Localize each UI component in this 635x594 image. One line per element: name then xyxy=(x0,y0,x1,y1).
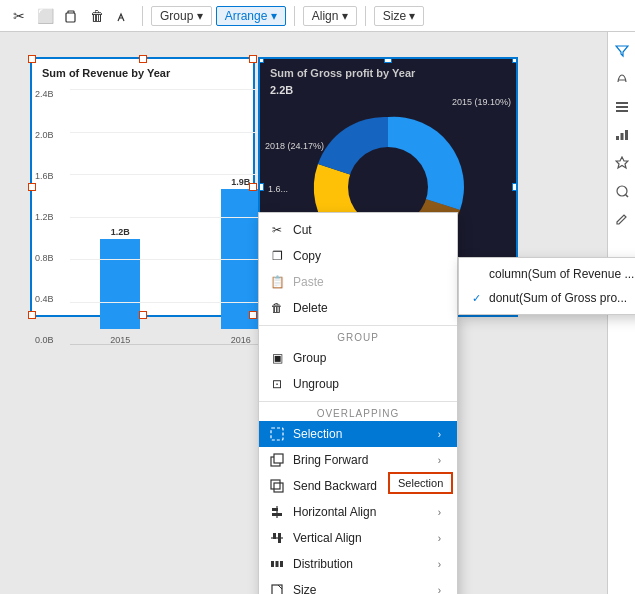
ctx-group-label: Group xyxy=(293,351,441,365)
svg-rect-23 xyxy=(620,133,623,140)
distribution-icon xyxy=(269,556,285,572)
ctx-delete[interactable]: 🗑 Delete xyxy=(259,295,457,321)
bar-2016-label: 2016 xyxy=(231,335,251,345)
ctx-delete-label: Delete xyxy=(293,301,441,315)
bar-2016[interactable]: 1.9B 2016 xyxy=(221,177,261,345)
handle-bm xyxy=(139,311,147,319)
group-label: Group ▾ xyxy=(160,9,203,23)
donut-label-2015: 2015 (19.10%) xyxy=(452,97,511,107)
cut-icon: ✂ xyxy=(269,222,285,238)
sidebar-drill-icon[interactable] xyxy=(611,180,633,202)
sidebar-filter-icon[interactable] xyxy=(611,40,633,62)
handle-br xyxy=(249,311,257,319)
group-ctx-icon: ▣ xyxy=(269,350,285,366)
svg-line-26 xyxy=(625,195,628,198)
handle-ml xyxy=(28,183,36,191)
sidebar-format-icon[interactable] xyxy=(611,68,633,90)
bar-chart-title: Sum of Revenue by Year xyxy=(42,67,170,79)
group-button[interactable]: Group ▾ xyxy=(151,6,212,26)
ctx-horizontal-align-label: Horizontal Align xyxy=(293,505,430,519)
svg-rect-2 xyxy=(271,428,283,440)
donut-handle-tl xyxy=(258,57,264,63)
ctx-distribution-label: Distribution xyxy=(293,557,430,571)
selection-tooltip: Selection xyxy=(388,472,453,494)
svg-rect-24 xyxy=(625,130,628,140)
ctx-paste-label: Paste xyxy=(293,275,441,289)
svg-rect-16 xyxy=(272,585,282,594)
cut-icon[interactable]: ✂ xyxy=(8,5,30,27)
sidebar-edit-icon[interactable] xyxy=(611,208,633,230)
arrange-label: Arrange ▾ xyxy=(225,9,277,23)
bar-2015[interactable]: 1.2B 2015 xyxy=(100,227,140,345)
bar-2015-label: 2015 xyxy=(110,335,130,345)
ctx-cut[interactable]: ✂ Cut xyxy=(259,217,457,243)
align-button[interactable]: Align ▾ xyxy=(303,6,357,26)
handle-tm xyxy=(139,55,147,63)
donut-handle-tm xyxy=(384,57,392,63)
selection-arrow: › xyxy=(438,429,441,440)
donut-label-16label: 1.6... xyxy=(268,184,288,194)
svg-rect-11 xyxy=(273,533,276,539)
horizontal-align-arrow: › xyxy=(438,507,441,518)
vertical-align-arrow: › xyxy=(438,533,441,544)
ctx-cut-label: Cut xyxy=(293,223,441,237)
ctx-copy-label: Copy xyxy=(293,249,441,263)
arrange-button[interactable]: Arrange ▾ xyxy=(216,6,286,26)
column-check-icon xyxy=(469,267,483,281)
sidebar-field-icon[interactable] xyxy=(611,152,633,174)
overlapping-section-label: OVERLAPPING xyxy=(259,406,457,421)
ctx-distribution[interactable]: Distribution › xyxy=(259,551,457,577)
svg-rect-12 xyxy=(278,533,281,543)
size-button[interactable]: Size ▾ xyxy=(374,6,425,26)
bar-chart[interactable]: Sum of Revenue by Year 0.0B 0.4B 0.8B 1.… xyxy=(30,57,255,317)
donut-label-2018: 2018 (24.17%) xyxy=(265,141,324,151)
donut-chart-title: Sum of Gross profit by Year xyxy=(270,67,415,79)
donut-check-icon: ✓ xyxy=(469,291,483,305)
sidebar-analytics-icon[interactable] xyxy=(611,124,633,146)
ctx-paste[interactable]: 📋 Paste xyxy=(259,269,457,295)
selection-submenu: column(Sum of Revenue ... ✓ donut(Sum of… xyxy=(458,257,635,315)
submenu-column[interactable]: column(Sum of Revenue ... xyxy=(459,262,635,286)
svg-rect-13 xyxy=(271,561,274,567)
divider-3 xyxy=(365,6,366,26)
selection-tooltip-label: Selection xyxy=(398,477,443,489)
donut-handle-mr xyxy=(512,183,518,191)
format-icon[interactable] xyxy=(112,5,134,27)
sidebar-data-icon[interactable] xyxy=(611,96,633,118)
ctx-size[interactable]: Size › xyxy=(259,577,457,594)
handle-mr xyxy=(249,183,257,191)
context-menu: ✂ Cut ❐ Copy 📋 Paste 🗑 Delete GROUP ▣ Gr… xyxy=(258,212,458,594)
size-arrow: › xyxy=(438,585,441,595)
ctx-ungroup-label: Ungroup xyxy=(293,377,441,391)
bar-2016-rect xyxy=(221,189,261,329)
svg-rect-0 xyxy=(66,13,75,22)
svg-rect-5 xyxy=(274,483,283,492)
submenu-donut[interactable]: ✓ donut(Sum of Gross pro... xyxy=(459,286,635,310)
ctx-vertical-align[interactable]: Vertical Align › xyxy=(259,525,457,551)
ctx-bring-forward-label: Bring Forward xyxy=(293,453,430,467)
ctx-vertical-align-label: Vertical Align xyxy=(293,531,430,545)
submenu-donut-label: donut(Sum of Gross pro... xyxy=(489,291,627,305)
align-label: Align ▾ xyxy=(312,9,348,23)
svg-rect-21 xyxy=(616,110,628,112)
copy-icon[interactable]: ⬜ xyxy=(34,5,56,27)
ctx-selection[interactable]: Selection › xyxy=(259,421,457,447)
delete-icon[interactable]: 🗑 xyxy=(86,5,108,27)
donut-handle-ml xyxy=(258,183,264,191)
ctx-horizontal-align[interactable]: Horizontal Align › xyxy=(259,499,457,525)
ctx-group[interactable]: ▣ Group xyxy=(259,345,457,371)
divider-2 xyxy=(294,6,295,26)
vertical-align-icon xyxy=(269,530,285,546)
paste-icon[interactable] xyxy=(60,5,82,27)
bar-2016-value: 1.9B xyxy=(231,177,250,187)
ctx-ungroup[interactable]: ⊡ Ungroup xyxy=(259,371,457,397)
ctx-copy[interactable]: ❐ Copy xyxy=(259,243,457,269)
distribution-arrow: › xyxy=(438,559,441,570)
donut-center-value: 2.2B xyxy=(270,84,293,96)
handle-tr xyxy=(249,55,257,63)
bar-2015-value: 1.2B xyxy=(111,227,130,237)
divider-1 xyxy=(142,6,143,26)
handle-tl xyxy=(28,55,36,63)
size-ctx-icon xyxy=(269,582,285,594)
ctx-bring-forward[interactable]: Bring Forward › xyxy=(259,447,457,473)
